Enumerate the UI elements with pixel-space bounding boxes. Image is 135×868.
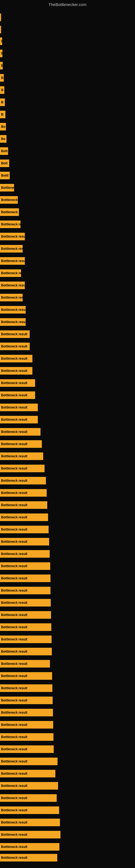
- bar-item: Bottleneck result: [0, 306, 26, 314]
- bar-label: Bottleneck result: [0, 648, 52, 655]
- bar-item: Bottleneck result: [0, 343, 30, 350]
- bar-item: Bottleneck resu: [0, 245, 23, 252]
- bar-label: Bottleneck result: [0, 757, 57, 765]
- bar-label: Bottleneck result: [0, 355, 32, 362]
- bar-label: Bottleneck resu: [0, 245, 23, 252]
- bar-label: Bottleneck result: [0, 636, 52, 643]
- bar-label: Bottl: [0, 172, 10, 179]
- bar-item: [0, 13, 1, 21]
- bar-item: Bottleneck result: [0, 611, 51, 619]
- bar-item: Bottleneck result: [0, 794, 57, 802]
- bar-label: [0, 26, 1, 33]
- bar-label: Bottleneck result: [0, 854, 57, 862]
- bar-label: Bottleneck result: [0, 782, 58, 789]
- bar-item: Bottleneck result: [0, 660, 50, 668]
- bar-item: Bottleneck result: [0, 782, 58, 789]
- bar-item: [0, 26, 1, 33]
- bar-item: Bottleneck result: [0, 721, 53, 728]
- bar-label: Bottleneck result: [0, 818, 60, 826]
- bar-item: E: [0, 50, 2, 57]
- bar-label: Bottleneck result: [0, 392, 35, 399]
- bar-label: Bottleneck result: [0, 379, 35, 387]
- bar-item: B: [0, 111, 5, 118]
- bar-label: Bottleneck result: [0, 428, 41, 436]
- bar-label: Bottleneck result: [0, 709, 53, 716]
- bar-item: Bottleneck result: [0, 367, 32, 375]
- bar-label: Bottleneck result: [0, 733, 53, 741]
- bar-label: Bottleneck result: [0, 745, 54, 753]
- bar-label: Bottleneck result: [0, 623, 51, 631]
- bar-label: Bottleneck result: [0, 440, 42, 448]
- bar-label: Bottleneck result: [0, 550, 50, 558]
- bar-item: E: [0, 62, 3, 69]
- bar-item: Bottleneck result: [0, 818, 60, 826]
- bar-label: Bottleneck resu: [0, 220, 20, 228]
- bar-label: Bott: [0, 159, 9, 167]
- bar-label: Bottleneck result: [0, 367, 32, 375]
- bar-label: Bottleneck result: [0, 257, 25, 265]
- bar-label: Bo: [0, 135, 6, 143]
- bar-label: Bottleneck result: [0, 343, 30, 350]
- bar-label: Bo: [0, 123, 6, 130]
- bar-label: Bottleneck result: [0, 477, 46, 485]
- bar-item: Bottleneck result: [0, 440, 42, 448]
- bar-item: Bottlenec: [0, 184, 14, 191]
- bar-item: Bottleneck result: [0, 550, 50, 558]
- bar-item: Bottleneck result: [0, 854, 57, 862]
- bar-item: Bottleneck res: [0, 269, 21, 277]
- bar-label: Bottleneck result: [0, 282, 25, 289]
- bar-label: Bottleneck result: [0, 843, 59, 850]
- bar-label: Bottleneck result: [0, 233, 25, 240]
- bar-label: Bottleneck result: [0, 404, 38, 411]
- bar-item: Bottleneck result: [0, 672, 52, 680]
- bar-item: Bott: [0, 159, 9, 167]
- bar-label: Bottleneck resu: [0, 294, 23, 301]
- bar-item: Bottleneck result: [0, 733, 53, 741]
- bar-item: Bottleneck result: [0, 757, 57, 765]
- bar-item: Bottleneck result: [0, 330, 30, 338]
- bar-item: Bottleneck resu: [0, 294, 23, 301]
- bar-label: Bottleneck result: [0, 416, 38, 424]
- bar-item: Bottleneck result: [0, 745, 54, 753]
- bar-item: E: [0, 37, 2, 45]
- bar-label: Bottleneck result: [0, 794, 57, 802]
- bar-item: Bottleneck result: [0, 538, 49, 546]
- bar-item: Bottleneck result: [0, 501, 47, 509]
- bar-label: Bottleneck result: [0, 562, 50, 570]
- bar-item: Bottleneck result: [0, 575, 50, 582]
- bar-item: Bottleneck result: [0, 623, 51, 631]
- bar-item: Bottleneck result: [0, 453, 43, 460]
- bar-label: Bottleneck result: [0, 538, 49, 546]
- bar-label: Bottleneck result: [0, 721, 53, 728]
- bar-item: Bottleneck result: [0, 355, 32, 362]
- bar-item: Bottleneck result: [0, 379, 35, 387]
- bar-label: Bottleneck result: [0, 587, 50, 594]
- bar-label: Bottleneck result: [0, 696, 53, 704]
- bar-item: Bottleneck result: [0, 282, 25, 289]
- bar-item: Bottleneck result: [0, 770, 55, 777]
- bar-label: E: [0, 50, 2, 57]
- bar-label: Bottleneck result: [0, 465, 45, 472]
- bar-label: Bottleneck res: [0, 269, 21, 277]
- bar-label: Bottleneck result: [0, 453, 43, 460]
- bar-item: Bottleneck result: [0, 404, 38, 411]
- bar-item: Bottleneck result: [0, 318, 26, 326]
- bar-label: Bottleneck result: [0, 611, 51, 619]
- bar-item: Bottleneck result: [0, 428, 41, 436]
- bar-label: Bottleneck: [0, 208, 19, 216]
- bar-item: B: [0, 74, 4, 82]
- bar-item: Bott: [0, 147, 8, 155]
- bar-label: Bottleneck result: [0, 306, 26, 314]
- bar-item: Bo: [0, 135, 6, 143]
- bar-item: Bottleneck result: [0, 489, 47, 497]
- bar-item: B: [0, 98, 5, 106]
- bar-label: Bottleneck result: [0, 684, 52, 692]
- bar-label: Bottleneck result: [0, 599, 51, 607]
- bar-label: Bottleneck result: [0, 660, 50, 668]
- bar-label: Bottleneck result: [0, 831, 60, 838]
- bar-item: Bottleneck: [0, 208, 19, 216]
- bar-item: Bottleneck resu: [0, 220, 20, 228]
- bar-item: Bottleneck result: [0, 233, 25, 240]
- bar-item: Bottleneck result: [0, 257, 25, 265]
- bar-label: E: [0, 37, 2, 45]
